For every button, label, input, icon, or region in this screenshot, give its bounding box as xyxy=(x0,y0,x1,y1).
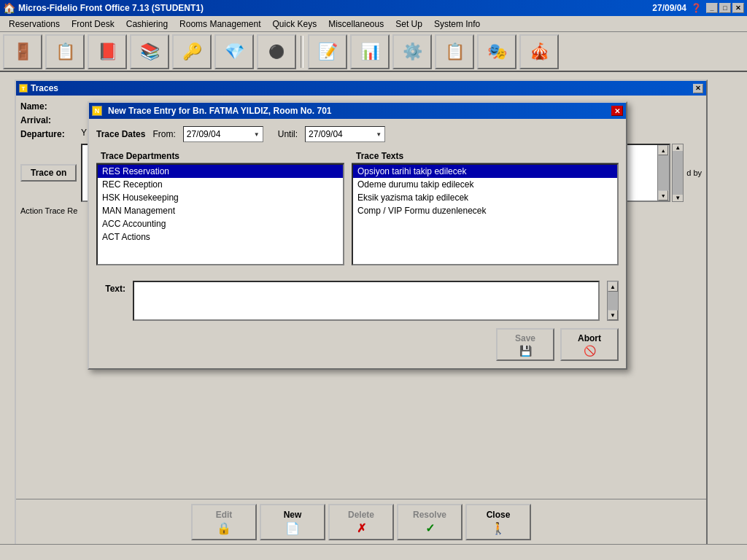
dialog-overlay: N New Trace Entry for Bn. FATMA YILDIZ, … xyxy=(0,72,747,553)
until-date-select[interactable]: 27/09/04 ▼ xyxy=(305,126,385,142)
toolbar-btn5[interactable]: 🔑 xyxy=(172,34,212,69)
menu-sysinfo[interactable]: System Info xyxy=(428,18,486,31)
save-button[interactable]: Save 💾 xyxy=(496,328,554,361)
dialog-icon: N xyxy=(92,106,102,116)
menu-misc[interactable]: Miscellaneous xyxy=(322,18,390,31)
toolbar-btn11[interactable]: 📋 xyxy=(435,34,474,69)
toolbar-btn9[interactable]: 📊 xyxy=(350,34,390,69)
text-scroll-down[interactable]: ▼ xyxy=(608,310,618,320)
from-date-select[interactable]: 27/09/04 ▼ xyxy=(183,126,263,142)
texts-column: Trace Texts Opsiyon tarihi takip edilece… xyxy=(352,149,619,273)
dept-list[interactable]: RES ReservationREC ReceptionHSK Housekee… xyxy=(96,163,344,265)
dept-header: Trace Departments xyxy=(96,149,344,163)
maximize-button[interactable]: □ xyxy=(719,3,731,13)
dialog-buttons: Save 💾 Abort 🚫 xyxy=(96,328,619,361)
text-label: Text: xyxy=(96,281,125,294)
from-date-value: 27/09/04 xyxy=(187,129,221,139)
main-area: T Traces ✕ Name: Arrival: Departure: YIL… xyxy=(0,72,747,553)
two-columns: Trace Departments RES ReservationREC Rec… xyxy=(96,149,619,273)
save-label: Save xyxy=(515,333,535,343)
toolbar-btn7[interactable]: ⚫ xyxy=(257,34,296,69)
text-row: Text: ▲ ▼ xyxy=(96,281,619,321)
menu-reservations[interactable]: Reservations xyxy=(3,18,66,31)
dialog-title: New Trace Entry for Bn. FATMA YILDIZ, Ro… xyxy=(108,106,332,116)
until-date-value: 27/09/04 xyxy=(309,129,343,139)
menu-frontdesk[interactable]: Front Desk xyxy=(66,18,120,31)
toolbar-btn8[interactable]: 📝 xyxy=(308,34,347,69)
toolbar-exit-button[interactable]: 🚪 xyxy=(3,34,42,69)
toolbar-btn3[interactable]: 📕 xyxy=(88,34,127,69)
text-input[interactable] xyxy=(133,281,600,321)
abort-icon: 🚫 xyxy=(584,345,596,357)
dialog-close-button[interactable]: ✕ xyxy=(611,106,623,116)
dept-item-hsk[interactable]: HSK Housekeeping xyxy=(98,191,343,204)
trace-text-item-1[interactable]: Odeme durumu takip edilecek xyxy=(353,178,617,191)
close-button[interactable]: ✕ xyxy=(732,3,744,13)
new-trace-dialog: N New Trace Entry for Bn. FATMA YILDIZ, … xyxy=(88,101,627,370)
abort-button[interactable]: Abort 🚫 xyxy=(560,328,619,361)
toolbar-btn10[interactable]: ⚙️ xyxy=(392,34,432,69)
dept-item-res[interactable]: RES Reservation xyxy=(98,165,343,178)
abort-label: Abort xyxy=(578,333,601,343)
minimize-button[interactable]: _ xyxy=(706,3,718,13)
dept-item-man[interactable]: MAN Management xyxy=(98,204,343,217)
menu-cashiering[interactable]: Cashiering xyxy=(120,18,174,31)
toolbar-btn4[interactable]: 📚 xyxy=(130,34,169,69)
toolbar: 🚪 📋 📕 📚 🔑 💎 ⚫ 📝 📊 ⚙️ 📋 🎭 🎪 xyxy=(0,32,747,72)
from-label: From: xyxy=(152,129,175,139)
dept-item-rec[interactable]: REC Reception xyxy=(98,178,343,191)
dept-column: Trace Departments RES ReservationREC Rec… xyxy=(96,149,344,273)
date-row: Trace Dates From: 27/09/04 ▼ Until: 27/0… xyxy=(96,126,619,142)
menu-bar: Reservations Front Desk Cashiering Rooms… xyxy=(0,16,747,32)
menu-rooms[interactable]: Rooms Management xyxy=(174,18,266,31)
trace-text-item-2[interactable]: Eksik yazisma takip edilecek xyxy=(353,191,617,204)
trace-text-item-3[interactable]: Comp / VIP Formu duzenlenecek xyxy=(353,204,617,217)
save-icon: 💾 xyxy=(519,345,532,357)
trace-text-item-0[interactable]: Opsiyon tarihi takip edilecek xyxy=(353,165,617,178)
toolbar-btn2[interactable]: 📋 xyxy=(45,34,85,69)
toolbar-btn13[interactable]: 🎪 xyxy=(519,34,559,69)
app-title: Micros-Fidelio Front Office 7.13 (STUDEN… xyxy=(18,3,204,13)
until-date-arrow: ▼ xyxy=(376,131,382,138)
toolbar-btn12[interactable]: 🎭 xyxy=(477,34,516,69)
menu-setup[interactable]: Set Up xyxy=(390,18,428,31)
texts-list[interactable]: Opsiyon tarihi takip edilecekOdeme durum… xyxy=(352,163,619,265)
toolbar-btn6[interactable]: 💎 xyxy=(214,34,254,69)
title-bar: 🏠 Micros-Fidelio Front Office 7.13 (STUD… xyxy=(0,0,747,16)
text-scrollbar: ▲ ▼ xyxy=(607,281,619,321)
text-scroll-up[interactable]: ▲ xyxy=(608,281,618,292)
until-label: Until: xyxy=(278,129,298,139)
toolbar-separator xyxy=(301,36,303,68)
texts-header: Trace Texts xyxy=(352,149,619,163)
dept-item-acc[interactable]: ACC Accounting xyxy=(98,217,343,230)
dialog-title-bar: N New Trace Entry for Bn. FATMA YILDIZ, … xyxy=(89,103,626,119)
dialog-body: Trace Dates From: 27/09/04 ▼ Until: 27/0… xyxy=(89,119,626,368)
dept-item-act[interactable]: ACT Actions xyxy=(98,230,343,244)
from-date-arrow: ▼ xyxy=(254,131,260,138)
menu-quickkeys[interactable]: Quick Keys xyxy=(266,18,322,31)
trace-dates-label: Trace Dates xyxy=(96,129,145,139)
app-date: 27/09/04 xyxy=(652,3,686,13)
